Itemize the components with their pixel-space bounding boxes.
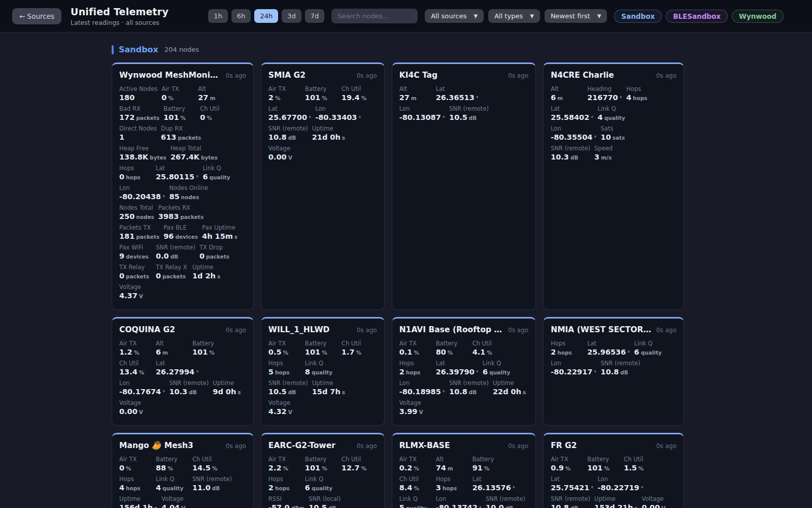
metric-number: 85 [169, 193, 179, 201]
search-input[interactable] [331, 9, 418, 23]
source-badge-blesandbox[interactable]: BLESandbox [666, 10, 728, 23]
metric-label: Link Q [483, 360, 515, 367]
metric-label: SNR (remote) [449, 105, 489, 113]
node-last-seen: 0s ago [508, 327, 528, 334]
metric-number: -80.18985 [399, 388, 441, 396]
metric-label: Hops [436, 475, 468, 483]
metric: Nodes Total 250nodes [119, 204, 154, 222]
metric-label: Voltage [268, 399, 301, 407]
section-header: Sandbox 204 nodes [112, 45, 684, 54]
metric: Lon -80.13742° [436, 495, 482, 508]
metric-label: Sats [601, 125, 633, 133]
metric-label: SNR (remote) [268, 125, 308, 133]
metric-label: TX Relay X [156, 264, 188, 271]
metric: Voltage 4.37V [119, 283, 152, 301]
time-range-3d[interactable]: 3d [282, 9, 301, 23]
metric-value: 101% [192, 347, 225, 358]
metric: Lon -80.33403° [315, 105, 361, 123]
metric: Hops 3hops [436, 475, 468, 493]
metric-unit: quality [162, 485, 183, 491]
metric: Lon -80.17674° [119, 379, 165, 397]
metric-value: 3.99V [399, 407, 432, 417]
metric-label: Hops [551, 340, 583, 347]
metric-unit: dB [469, 115, 477, 121]
metric: Packets RX 3983packets [158, 204, 204, 222]
metric: SNR (remote) 10.3dB [169, 379, 209, 397]
metric-number: 2 [268, 484, 274, 492]
metric-number: 12.7 [342, 464, 360, 472]
metric-number: 14.5 [192, 464, 211, 472]
node-card-header: Mango 🥭 Mesh3 0s ago [119, 441, 246, 450]
metric-unit: % [167, 465, 173, 471]
metric-label: Alt [436, 456, 468, 463]
metric-value: 0packets [119, 271, 152, 281]
metric-value: 0packets [199, 251, 232, 262]
metric-label: Hops [268, 360, 301, 367]
metric-value: 0.00V [268, 152, 301, 163]
metric: Lon -80.35504° [551, 125, 596, 143]
metric: Sats 10sats [601, 125, 633, 143]
metric-label: Direct Nodes [119, 125, 157, 133]
sources-back-button[interactable]: ← Sources [12, 8, 61, 24]
metric: Lat 25.67700° [268, 105, 311, 123]
types-filter-dropdown[interactable]: All types ▼ [488, 9, 540, 23]
metric-label: Air TX [161, 85, 194, 93]
metric-number: -80.17674 [119, 388, 161, 396]
metric-number: 22d 0h [493, 388, 521, 396]
metric: Link Q 6quality [305, 475, 337, 493]
metric-unit: devices [126, 253, 149, 260]
metric: Link Q 6quality [202, 165, 235, 182]
metric-label: Uptime [192, 264, 225, 271]
time-range-24h[interactable]: 24h [254, 9, 278, 23]
metric-label: Voltage [399, 399, 432, 407]
metric-unit: ° [443, 115, 445, 121]
metric-label: Air TX [551, 456, 583, 463]
metric-unit: % [414, 485, 419, 491]
time-range-1h[interactable]: 1h [208, 9, 228, 23]
app-header: ← Sources Unified Telemetry Latest readi… [0, 0, 812, 33]
metric-unit: V [181, 505, 185, 508]
metric-value: 0.00V [119, 407, 152, 417]
metric-value: 10.8dB [551, 503, 590, 508]
time-range-6h[interactable]: 6h [231, 9, 251, 23]
sources-filter-dropdown[interactable]: All sources ▼ [425, 9, 484, 23]
metric-label: Battery [192, 340, 225, 347]
sort-order-dropdown[interactable]: Newest first ▼ [545, 9, 607, 23]
metric-value: 0.2% [399, 463, 432, 473]
metric-value: 96devices [163, 232, 198, 242]
metric-number: 101 [305, 93, 320, 102]
metric-unit: % [134, 350, 140, 356]
metric-unit: % [126, 465, 131, 471]
metric-unit: s [154, 505, 157, 508]
metric-label: Lon [551, 360, 596, 367]
metric-unit: V [288, 409, 292, 415]
metric-unit: ° [196, 174, 198, 180]
metric-number: -80.20438 [119, 193, 161, 201]
source-badge-wynwood[interactable]: Wynwood [732, 10, 784, 23]
metric-unit: ° [594, 135, 596, 141]
node-last-seen: 0s ago [226, 72, 246, 79]
metric-number: 80 [436, 348, 446, 356]
metric-value: -80.22719° [598, 483, 644, 493]
time-range-7d[interactable]: 7d [305, 9, 325, 23]
metric-unit: s [234, 234, 238, 240]
metric-number: 0 [156, 272, 161, 280]
metric-value: 25.75421° [551, 483, 593, 493]
main-content: Sandbox 204 nodes Wynwood MeshMonitor 0s… [112, 33, 684, 508]
source-badge-sandbox[interactable]: Sandbox [614, 10, 662, 23]
metric-value: 25.80115° [156, 172, 198, 182]
metric: Battery 101% [192, 340, 225, 358]
metric: Battery 101% [163, 105, 196, 123]
metric: Lat 26.13576° [472, 475, 515, 493]
page-subtitle: Latest readings · all sources [71, 19, 168, 26]
metric: Uptime 153d 21hs [594, 495, 637, 508]
metric: SNR (remote) 11.0dB [192, 475, 232, 493]
metric-value: 0% [200, 113, 232, 123]
metric-unit: % [322, 350, 327, 356]
metric-label: Pax BLE [163, 224, 198, 232]
metric: Ch Util 0% [200, 105, 232, 123]
metric-label: Lon [436, 495, 482, 503]
metric: Lon -80.20438° [119, 184, 165, 202]
metric: Hops 0hops [119, 165, 152, 182]
node-card: Wynwood MeshMonitor 0s ago Active Nodes … [112, 62, 254, 310]
